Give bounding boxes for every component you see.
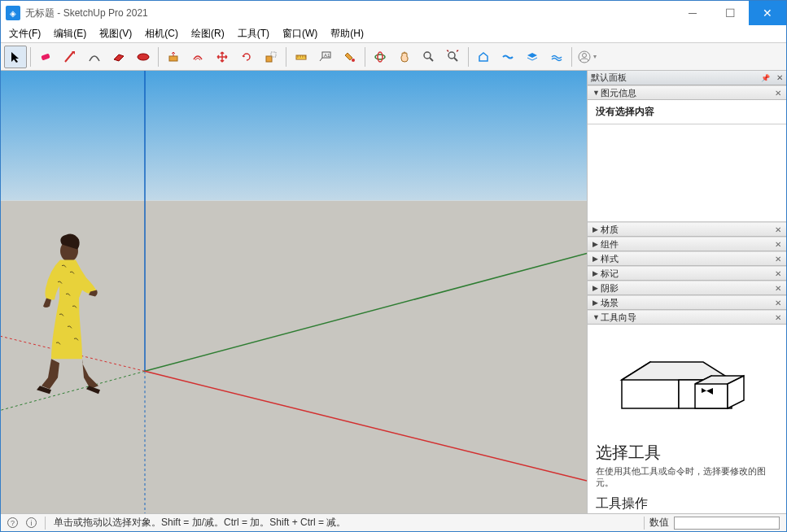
ground (1, 201, 587, 513)
tray-header[interactable]: 默认面板 📌 ✕ (588, 71, 786, 85)
panel-close-icon[interactable]: ✕ (775, 299, 781, 307)
pin-icon[interactable]: 📌 (761, 74, 770, 82)
measurement-label: 数值 (649, 516, 669, 530)
svg-rect-0 (41, 53, 50, 60)
info-icon[interactable]: i (26, 517, 37, 528)
menu-draw[interactable]: 绘图(R) (186, 25, 230, 42)
pushpull-tool[interactable] (162, 46, 185, 68)
tray-title: 默认面板 (591, 72, 627, 84)
measurement-input[interactable] (674, 517, 780, 530)
line-tool[interactable] (59, 46, 81, 68)
viewport-3d[interactable] (1, 71, 587, 513)
eraser-tool[interactable] (34, 46, 57, 68)
menu-file[interactable]: 文件(F) (4, 25, 46, 42)
tape-tool[interactable] (290, 46, 313, 68)
menu-tools[interactable]: 工具(T) (233, 25, 274, 42)
orbit-tool[interactable] (369, 46, 391, 68)
move-tool[interactable] (211, 46, 234, 68)
svg-rect-3 (266, 56, 272, 62)
panel-title: 材质 (601, 224, 619, 236)
pan-tool[interactable] (393, 46, 416, 68)
svg-point-14 (583, 53, 587, 57)
select-tool[interactable] (4, 46, 27, 68)
panel-title: 工具向导 (601, 312, 636, 324)
svg-point-10 (378, 52, 383, 62)
toolbar-separator (158, 47, 159, 67)
title-bar: ◈ 无标题 - SketchUp Pro 2021 ─ ☐ ✕ (1, 1, 786, 25)
main-area: 默认面板 📌 ✕ ▼ 图元信息 ✕ 没有选择内容 ▶ 材质 ✕ ▶ 组件 ✕ ▶… (1, 71, 786, 513)
minimize-button[interactable]: ─ (674, 1, 711, 25)
panel-title: 标记 (601, 268, 619, 280)
styles-panel-header[interactable]: ▶ 样式 ✕ (588, 251, 786, 266)
tags-panel-header[interactable]: ▶ 标记 ✕ (588, 266, 786, 281)
toolbar-separator (571, 47, 572, 67)
extension-warehouse-tool[interactable] (496, 46, 519, 68)
svg-point-12 (448, 52, 455, 59)
svg-rect-2 (169, 56, 177, 61)
offset-tool[interactable] (186, 46, 209, 68)
menu-window[interactable]: 窗口(W) (278, 25, 322, 42)
collapse-icon: ▼ (592, 89, 601, 97)
status-hint: 单击或拖动以选择对象。Shift = 加/减。Ctrl = 加。Shift + … (54, 516, 346, 530)
scale-tool[interactable] (260, 46, 282, 68)
instructor-tool-title: 选择工具 (596, 442, 778, 464)
entity-info-panel-header[interactable]: ▼ 图元信息 ✕ (588, 85, 786, 100)
circle-tool[interactable] (132, 46, 155, 68)
svg-point-8 (352, 59, 355, 62)
expand-icon: ▶ (592, 269, 601, 277)
instructor-panel-header[interactable]: ▼ 工具向导 ✕ (588, 310, 786, 325)
instructor-tool-desc: 在使用其他工具或命令时，选择要修改的图元。 (596, 465, 778, 489)
svg-point-9 (375, 55, 385, 59)
components-panel-header[interactable]: ▶ 组件 ✕ (588, 237, 786, 251)
materials-panel-header[interactable]: ▶ 材质 ✕ (588, 222, 786, 237)
collapse-icon: ▼ (592, 313, 601, 321)
sky (1, 71, 587, 201)
user-account[interactable]: ▾ (575, 46, 598, 68)
extension-manager-tool[interactable] (545, 46, 568, 68)
window-controls: ─ ☐ ✕ (674, 1, 786, 25)
scenes-panel-header[interactable]: ▶ 场景 ✕ (588, 295, 786, 310)
instructor-body: 选择工具 在使用其他工具或命令时，选择要修改的图元。 工具操作 (588, 325, 786, 513)
measurement-area: 数值 (644, 516, 780, 530)
default-tray: 默认面板 📌 ✕ ▼ 图元信息 ✕ 没有选择内容 ▶ 材质 ✕ ▶ 组件 ✕ ▶… (587, 71, 786, 513)
toolbar-separator (468, 47, 469, 67)
menu-help[interactable]: 帮助(H) (326, 25, 369, 42)
paint-tool[interactable] (339, 46, 361, 68)
panel-title: 样式 (601, 253, 619, 265)
text-tool[interactable]: A1 (314, 46, 337, 68)
svg-point-1 (138, 54, 149, 60)
panel-title: 组件 (601, 238, 619, 251)
panel-close-icon[interactable]: ✕ (775, 284, 781, 293)
entity-info-spacer (588, 124, 786, 222)
warehouse-tool[interactable] (472, 46, 495, 68)
zoom-extents-tool[interactable] (442, 46, 465, 68)
panel-close-icon[interactable]: ✕ (775, 89, 781, 98)
rotate-tool[interactable] (235, 46, 258, 68)
maximize-button[interactable]: ☐ (711, 1, 749, 25)
menu-camera[interactable]: 相机(C) (140, 25, 183, 42)
menu-edit[interactable]: 编辑(E) (49, 25, 91, 42)
shadows-panel-header[interactable]: ▶ 阴影 ✕ (588, 281, 786, 295)
tray-close-icon[interactable]: ✕ (776, 73, 783, 82)
panel-close-icon[interactable]: ✕ (775, 225, 781, 234)
panel-close-icon[interactable]: ✕ (775, 240, 781, 249)
help-icon[interactable]: ? (7, 517, 18, 528)
svg-point-11 (424, 52, 431, 59)
instructor-ops-title: 工具操作 (596, 495, 778, 512)
status-separator (644, 517, 645, 530)
app-logo-icon: ◈ (6, 6, 20, 20)
arc-tool[interactable] (83, 46, 106, 68)
rectangle-tool[interactable] (107, 46, 130, 68)
layers-tool[interactable] (521, 46, 544, 68)
expand-icon: ▶ (592, 284, 601, 292)
status-separator (45, 517, 46, 530)
zoom-tool[interactable] (418, 46, 440, 68)
close-button[interactable]: ✕ (749, 1, 786, 25)
panel-close-icon[interactable]: ✕ (775, 269, 781, 278)
panel-close-icon[interactable]: ✕ (775, 313, 781, 322)
panel-title: 图元信息 (601, 87, 636, 99)
panel-title: 场景 (601, 297, 619, 309)
panel-close-icon[interactable]: ✕ (775, 255, 781, 264)
menu-view[interactable]: 视图(V) (94, 25, 137, 42)
toolbar-separator (286, 47, 286, 67)
